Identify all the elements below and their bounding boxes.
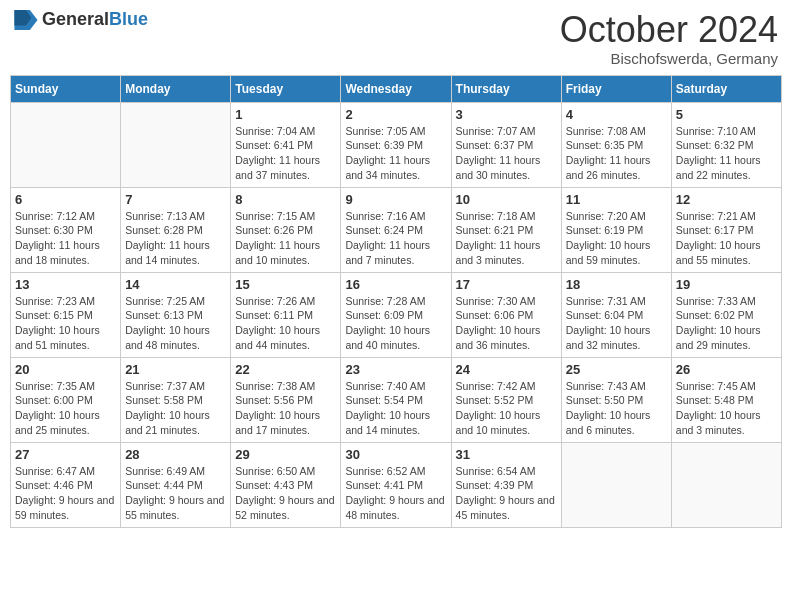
day-info: Sunrise: 7:28 AMSunset: 6:09 PMDaylight:… <box>345 294 446 353</box>
day-info: Sunrise: 7:21 AMSunset: 6:17 PMDaylight:… <box>676 209 777 268</box>
day-header-sunday: Sunday <box>11 75 121 102</box>
calendar-cell: 27Sunrise: 6:47 AMSunset: 4:46 PMDayligh… <box>11 442 121 527</box>
day-info: Sunrise: 7:30 AMSunset: 6:06 PMDaylight:… <box>456 294 557 353</box>
day-number: 26 <box>676 362 777 377</box>
day-info: Sunrise: 7:33 AMSunset: 6:02 PMDaylight:… <box>676 294 777 353</box>
day-number: 2 <box>345 107 446 122</box>
day-number: 29 <box>235 447 336 462</box>
logo: GeneralBlue <box>14 10 148 30</box>
day-info: Sunrise: 7:40 AMSunset: 5:54 PMDaylight:… <box>345 379 446 438</box>
calendar-cell: 11Sunrise: 7:20 AMSunset: 6:19 PMDayligh… <box>561 187 671 272</box>
day-number: 16 <box>345 277 446 292</box>
logo-general: General <box>42 9 109 29</box>
day-info: Sunrise: 7:08 AMSunset: 6:35 PMDaylight:… <box>566 124 667 183</box>
calendar-cell: 15Sunrise: 7:26 AMSunset: 6:11 PMDayligh… <box>231 272 341 357</box>
calendar-cell: 12Sunrise: 7:21 AMSunset: 6:17 PMDayligh… <box>671 187 781 272</box>
day-number: 31 <box>456 447 557 462</box>
week-row-2: 6Sunrise: 7:12 AMSunset: 6:30 PMDaylight… <box>11 187 782 272</box>
day-number: 24 <box>456 362 557 377</box>
day-header-tuesday: Tuesday <box>231 75 341 102</box>
day-info: Sunrise: 7:43 AMSunset: 5:50 PMDaylight:… <box>566 379 667 438</box>
calendar-cell: 5Sunrise: 7:10 AMSunset: 6:32 PMDaylight… <box>671 102 781 187</box>
day-header-wednesday: Wednesday <box>341 75 451 102</box>
day-info: Sunrise: 6:47 AMSunset: 4:46 PMDaylight:… <box>15 464 116 523</box>
day-number: 22 <box>235 362 336 377</box>
week-row-1: 1Sunrise: 7:04 AMSunset: 6:41 PMDaylight… <box>11 102 782 187</box>
page-header: GeneralBlue October 2024 Bischofswerda, … <box>10 10 782 67</box>
day-number: 20 <box>15 362 116 377</box>
day-number: 5 <box>676 107 777 122</box>
day-number: 1 <box>235 107 336 122</box>
day-header-monday: Monday <box>121 75 231 102</box>
day-number: 27 <box>15 447 116 462</box>
calendar-cell: 29Sunrise: 6:50 AMSunset: 4:43 PMDayligh… <box>231 442 341 527</box>
calendar-cell: 9Sunrise: 7:16 AMSunset: 6:24 PMDaylight… <box>341 187 451 272</box>
day-info: Sunrise: 7:42 AMSunset: 5:52 PMDaylight:… <box>456 379 557 438</box>
calendar-cell: 28Sunrise: 6:49 AMSunset: 4:44 PMDayligh… <box>121 442 231 527</box>
logo-blue: Blue <box>109 9 148 29</box>
day-header-thursday: Thursday <box>451 75 561 102</box>
calendar-cell: 7Sunrise: 7:13 AMSunset: 6:28 PMDaylight… <box>121 187 231 272</box>
calendar-cell: 13Sunrise: 7:23 AMSunset: 6:15 PMDayligh… <box>11 272 121 357</box>
day-info: Sunrise: 7:23 AMSunset: 6:15 PMDaylight:… <box>15 294 116 353</box>
calendar-cell <box>671 442 781 527</box>
day-info: Sunrise: 7:12 AMSunset: 6:30 PMDaylight:… <box>15 209 116 268</box>
calendar-cell: 23Sunrise: 7:40 AMSunset: 5:54 PMDayligh… <box>341 357 451 442</box>
day-number: 3 <box>456 107 557 122</box>
calendar-cell: 3Sunrise: 7:07 AMSunset: 6:37 PMDaylight… <box>451 102 561 187</box>
day-info: Sunrise: 7:20 AMSunset: 6:19 PMDaylight:… <box>566 209 667 268</box>
calendar-cell: 14Sunrise: 7:25 AMSunset: 6:13 PMDayligh… <box>121 272 231 357</box>
month-title: October 2024 <box>560 10 778 50</box>
calendar-cell: 30Sunrise: 6:52 AMSunset: 4:41 PMDayligh… <box>341 442 451 527</box>
day-info: Sunrise: 7:15 AMSunset: 6:26 PMDaylight:… <box>235 209 336 268</box>
day-number: 12 <box>676 192 777 207</box>
day-number: 4 <box>566 107 667 122</box>
day-number: 10 <box>456 192 557 207</box>
calendar-table: SundayMondayTuesdayWednesdayThursdayFrid… <box>10 75 782 528</box>
logo-icon <box>14 10 38 30</box>
day-number: 15 <box>235 277 336 292</box>
day-number: 6 <box>15 192 116 207</box>
calendar-cell: 10Sunrise: 7:18 AMSunset: 6:21 PMDayligh… <box>451 187 561 272</box>
day-info: Sunrise: 7:18 AMSunset: 6:21 PMDaylight:… <box>456 209 557 268</box>
day-number: 8 <box>235 192 336 207</box>
day-number: 23 <box>345 362 446 377</box>
calendar-cell: 26Sunrise: 7:45 AMSunset: 5:48 PMDayligh… <box>671 357 781 442</box>
calendar-cell <box>561 442 671 527</box>
location: Bischofswerda, Germany <box>560 50 778 67</box>
calendar-cell: 19Sunrise: 7:33 AMSunset: 6:02 PMDayligh… <box>671 272 781 357</box>
day-info: Sunrise: 7:38 AMSunset: 5:56 PMDaylight:… <box>235 379 336 438</box>
calendar-cell: 16Sunrise: 7:28 AMSunset: 6:09 PMDayligh… <box>341 272 451 357</box>
day-number: 25 <box>566 362 667 377</box>
calendar-cell: 4Sunrise: 7:08 AMSunset: 6:35 PMDaylight… <box>561 102 671 187</box>
calendar-cell: 18Sunrise: 7:31 AMSunset: 6:04 PMDayligh… <box>561 272 671 357</box>
day-header-friday: Friday <box>561 75 671 102</box>
day-number: 19 <box>676 277 777 292</box>
day-info: Sunrise: 7:26 AMSunset: 6:11 PMDaylight:… <box>235 294 336 353</box>
day-info: Sunrise: 7:05 AMSunset: 6:39 PMDaylight:… <box>345 124 446 183</box>
day-number: 11 <box>566 192 667 207</box>
day-number: 13 <box>15 277 116 292</box>
calendar-cell: 17Sunrise: 7:30 AMSunset: 6:06 PMDayligh… <box>451 272 561 357</box>
day-number: 9 <box>345 192 446 207</box>
week-row-5: 27Sunrise: 6:47 AMSunset: 4:46 PMDayligh… <box>11 442 782 527</box>
day-number: 21 <box>125 362 226 377</box>
day-number: 7 <box>125 192 226 207</box>
day-number: 17 <box>456 277 557 292</box>
day-number: 30 <box>345 447 446 462</box>
calendar-cell: 21Sunrise: 7:37 AMSunset: 5:58 PMDayligh… <box>121 357 231 442</box>
calendar-cell <box>121 102 231 187</box>
calendar-cell: 31Sunrise: 6:54 AMSunset: 4:39 PMDayligh… <box>451 442 561 527</box>
day-header-saturday: Saturday <box>671 75 781 102</box>
day-number: 18 <box>566 277 667 292</box>
day-info: Sunrise: 7:35 AMSunset: 6:00 PMDaylight:… <box>15 379 116 438</box>
week-row-4: 20Sunrise: 7:35 AMSunset: 6:00 PMDayligh… <box>11 357 782 442</box>
day-info: Sunrise: 7:04 AMSunset: 6:41 PMDaylight:… <box>235 124 336 183</box>
day-info: Sunrise: 6:52 AMSunset: 4:41 PMDaylight:… <box>345 464 446 523</box>
day-info: Sunrise: 6:54 AMSunset: 4:39 PMDaylight:… <box>456 464 557 523</box>
calendar-cell: 6Sunrise: 7:12 AMSunset: 6:30 PMDaylight… <box>11 187 121 272</box>
logo-text: GeneralBlue <box>42 10 148 30</box>
calendar-cell: 25Sunrise: 7:43 AMSunset: 5:50 PMDayligh… <box>561 357 671 442</box>
day-info: Sunrise: 6:49 AMSunset: 4:44 PMDaylight:… <box>125 464 226 523</box>
calendar-cell: 22Sunrise: 7:38 AMSunset: 5:56 PMDayligh… <box>231 357 341 442</box>
